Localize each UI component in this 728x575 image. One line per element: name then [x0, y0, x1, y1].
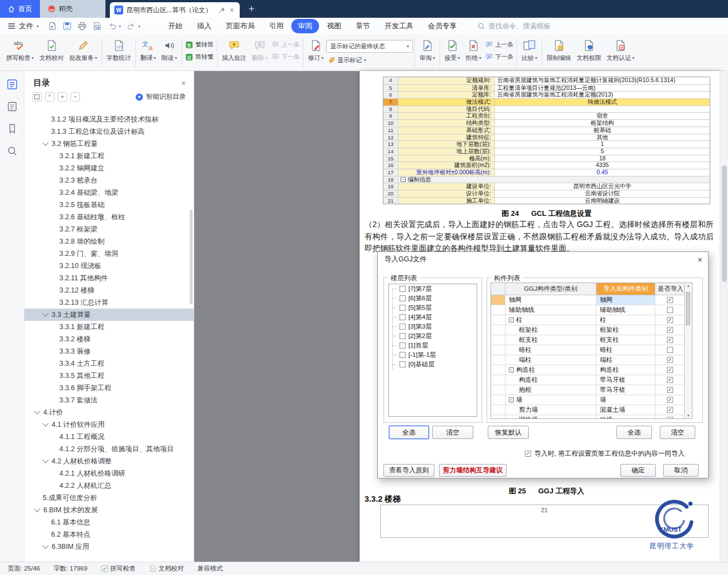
document-certify-button[interactable]: 文档认证▾ [604, 37, 637, 64]
document-permissions-button[interactable]: 文档权限 [574, 37, 604, 64]
smart-outline-toggle[interactable]: 智能识别目录 [135, 92, 186, 102]
accept-change-button[interactable]: 接受▾ [442, 37, 463, 64]
next-change-button[interactable]: 下一条 [484, 52, 515, 62]
outline-item[interactable]: 3.2.5 筏板基础 [24, 199, 194, 211]
task-list-icon[interactable] [7, 101, 18, 112]
outline-item[interactable]: 3.2.8 墙的绘制 [24, 235, 194, 248]
outline-item[interactable]: 3.2.4 基础梁、地梁 [24, 186, 194, 199]
tab-home[interactable]: 首页 [0, 0, 40, 18]
bookmark-icon[interactable] [7, 123, 18, 134]
document-scrollbar-thumb[interactable] [722, 165, 727, 282]
menu-start[interactable]: 开始 [161, 19, 189, 33]
outline-item[interactable]: 3.3.4 土方工程 [24, 357, 194, 370]
outline-item[interactable]: 5.成果可信度分析 [24, 492, 194, 504]
outline-item[interactable]: 3.2.7 框架梁 [24, 223, 194, 235]
collapse-all-button[interactable]: ^ [45, 92, 54, 102]
menu-page-layout[interactable]: 页面布局 [219, 19, 261, 33]
status-proofread[interactable]: 文档校对 [149, 564, 184, 573]
spellcheck-button[interactable]: abc 拼写检查▾ [3, 37, 37, 64]
outline-panel-icon[interactable] [7, 79, 18, 90]
collapse-level-button[interactable]: − [70, 92, 80, 102]
status-spellcheck[interactable]: 拼写检查 [101, 564, 136, 573]
file-menu[interactable]: 文件 ▾ [0, 21, 43, 31]
outline-item[interactable]: 3.3.1 新建工程 [24, 321, 194, 333]
print-preview-icon[interactable] [93, 22, 102, 31]
menu-insert[interactable]: 插入 [190, 19, 218, 33]
menu-review[interactable]: 审阅 [291, 19, 319, 33]
tab-docer[interactable]: 稻壳 [40, 0, 105, 18]
previous-comment-button[interactable]: 上一条 [270, 40, 301, 49]
close-icon[interactable]: × [181, 78, 186, 88]
proofread-button[interactable]: 文档校对 [37, 37, 67, 64]
simplified-to-traditional-button[interactable]: 简 简转繁 [184, 52, 215, 62]
undo-dropdown-icon[interactable]: ▾ [119, 24, 121, 29]
show-markup-button[interactable]: 显示标记▾ [326, 56, 413, 65]
outline-item[interactable]: 6.3BIM 应用 [24, 541, 194, 553]
next-comment-button[interactable]: 下一条 [270, 52, 301, 62]
outline-item[interactable]: 6.2 基本特点 [24, 528, 194, 541]
traditional-to-simplified-button[interactable]: 繁 繁转简 [184, 40, 215, 49]
outline-item[interactable]: 4.计价 [24, 406, 194, 418]
command-search[interactable]: 查找命令、搜索模板 [478, 22, 551, 31]
word-count-button[interactable]: 123 字数统计 [104, 37, 134, 64]
outline-item[interactable]: 3.3.7 套做法 [24, 394, 194, 406]
outline-item[interactable]: 4.1.1 工程概况 [24, 431, 194, 443]
outline-item[interactable]: 6.BIM 技术的发展 [24, 504, 194, 516]
redo-dropdown-icon[interactable]: ▾ [138, 24, 140, 29]
pin-icon[interactable] [219, 7, 225, 13]
outline-item[interactable]: 3.2.9 门、窗、墙洞 [24, 248, 194, 260]
compare-button[interactable]: 比较▾ [519, 37, 540, 64]
document-scrollbar[interactable] [720, 71, 728, 562]
outline-scrollbar-thumb[interactable] [190, 210, 193, 304]
menu-dev-tools[interactable]: 开发工具 [378, 19, 420, 33]
tab-document[interactable]: W 昆明市西山区...算书（论文） × [110, 2, 240, 18]
outline-item[interactable]: 3.2.2 轴网建立 [24, 162, 194, 174]
outline-item[interactable]: 3.3.2 楼梯 [24, 333, 194, 345]
status-page-count[interactable]: 页面: 25/46 [8, 564, 40, 573]
outline-item[interactable]: 3.2.1 新建工程 [24, 150, 194, 162]
outline-item[interactable]: 3.2.10 现浇板 [24, 260, 194, 272]
outline-item[interactable]: 3.2.6 基础柱墩、框柱 [24, 211, 194, 223]
outline-item[interactable]: 4.1 计价软件应用 [24, 418, 194, 431]
outline-select-button[interactable] [32, 92, 42, 102]
outline-item[interactable]: 4.2.2 人材机汇总 [24, 480, 194, 492]
outline-item[interactable]: 6.1 基本信息 [24, 516, 194, 528]
outline-item[interactable]: 4.1.2 分部分项、措施项目、其他项目 [24, 443, 194, 455]
undo-icon[interactable] [108, 22, 117, 30]
outline-item[interactable]: 3.2.11 其他构件 [24, 272, 194, 284]
translate-button[interactable]: 文A 翻译▾ [138, 37, 159, 64]
new-document-icon[interactable] [48, 22, 57, 31]
insert-comment-button[interactable]: 插入批注 [219, 37, 249, 64]
outline-item[interactable]: 3.3 土建算量 [24, 309, 194, 321]
expand-level-button[interactable]: + [58, 92, 67, 102]
body-paragraph[interactable]: （2）相关设置完成后，导入上面建好的钢筋工程，点击导入 GGJ 工程。选择时候选… [365, 219, 714, 255]
figure-24-caption[interactable]: 图 24GCL 工程信息设置 [383, 209, 710, 219]
new-tab-button[interactable]: + [240, 0, 264, 18]
outline-item[interactable]: 4.2.1 人材机价格调研 [24, 467, 194, 480]
read-aloud-button[interactable]: 朗读▾ [159, 37, 180, 64]
figure-25-caption[interactable]: 图 25GGJ 工程导入 [383, 486, 710, 496]
document-page[interactable]: 4定额规则:云南省房屋建筑与装饰工程消耗量定额计算规则(2013)(R10.5.… [360, 71, 720, 562]
outline-item[interactable]: 3.2.3 桩承台 [24, 174, 194, 186]
gcl-info-table-figure[interactable]: 4定额规则:云南省房屋建筑与装饰工程消耗量定额计算规则(2013)(R10.5.… [383, 77, 710, 204]
outline-item[interactable]: 3.1.3 工程总体定位及设计标高 [24, 125, 194, 138]
import-ggj-dialog-figure[interactable]: 导入GGJ文件 × 楼层列表 [7]第7层[6]第6层[5]第5层[4]第4层[… [377, 251, 709, 478]
outline-item[interactable]: 3.2 钢筋工程量 [24, 138, 194, 150]
section-heading[interactable]: 3.3.2 楼梯 [365, 494, 401, 505]
restrict-editing-button[interactable]: 限制编辑 [544, 37, 574, 64]
reject-change-button[interactable]: 拒绝▾ [463, 37, 484, 64]
menu-references[interactable]: 引用 [262, 19, 290, 33]
track-changes-button[interactable]: 修订▾ [305, 37, 326, 64]
review-pane-button[interactable]: 审阅▾ [417, 37, 438, 64]
outline-item[interactable]: 3.2.12 楼梯 [24, 284, 194, 296]
markup-state-select[interactable]: 显示标记的最终状态▾ [326, 40, 413, 53]
delete-comment-button[interactable]: 删除▾ [249, 37, 270, 64]
outline-item[interactable]: 3.3.3 装修 [24, 345, 194, 357]
search-panel-icon[interactable] [7, 145, 18, 157]
tab-close-icon[interactable]: × [229, 6, 235, 14]
previous-change-button[interactable]: 上一条 [484, 40, 515, 49]
status-word-count[interactable]: 字数: 17969 [53, 564, 87, 573]
outline-item[interactable]: 3.2.13 汇总计算 [24, 296, 194, 309]
outline-item[interactable]: 3.3.5 其他工程 [24, 370, 194, 382]
print-icon[interactable] [78, 22, 87, 31]
